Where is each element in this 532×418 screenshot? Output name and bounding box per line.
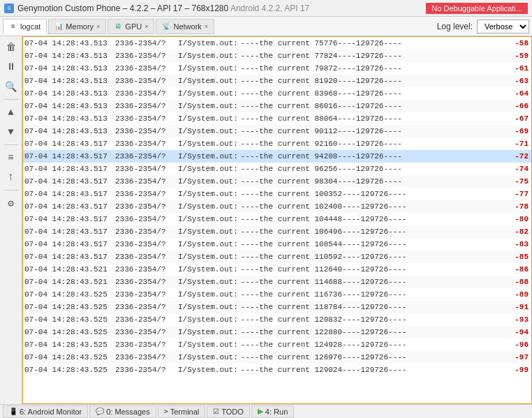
log-level-label: Log level: — [437, 22, 473, 31]
log-row[interactable]: 07-04 14:28:43.521 2336-2354/? I/System.… — [23, 263, 531, 276]
run-icon: ▶ — [258, 407, 263, 416]
status-tab-todo[interactable]: ☑ TODO — [207, 405, 250, 418]
log-type: I/System.out: — [177, 227, 239, 236]
log-row[interactable]: 07-04 14:28:43.513 2336-2354/? I/System.… — [23, 75, 531, 87]
log-timestamp: 07-04 14:28:43.525 — [23, 290, 114, 299]
log-pid: 2336-2354/? — [114, 303, 177, 311]
status-tab-messages[interactable]: 💬 0: Messages — [89, 405, 156, 418]
log-timestamp: 07-04 14:28:43.525 — [23, 366, 114, 374]
log-timestamp: 07-04 14:28:43.517 — [23, 140, 114, 148]
log-row[interactable]: 07-04 14:28:43.525 2336-2354/? I/System.… — [23, 364, 531, 376]
log-pid: 2336-2354/? — [114, 265, 177, 274]
log-message: ----the current 122880----129726---- — [239, 328, 507, 336]
log-pid: 2336-2354/? — [114, 215, 177, 223]
scroll-down-button[interactable]: ▼ — [3, 124, 20, 140]
log-row[interactable]: 07-04 14:28:43.513 2336-2354/? I/System.… — [23, 100, 531, 112]
log-row[interactable]: 07-04 14:28:43.517 2336-2354/? I/System.… — [23, 150, 531, 163]
log-row[interactable]: 07-04 14:28:43.513 2336-2354/? I/System.… — [23, 37, 531, 50]
log-type: I/System.out: — [177, 39, 239, 47]
log-value: -61 — [507, 64, 531, 73]
log-value: -78 — [507, 202, 531, 211]
log-row[interactable]: 07-04 14:28:43.525 2336-2354/? I/System.… — [23, 351, 531, 364]
log-row[interactable]: 07-04 14:28:43.517 2336-2354/? I/System.… — [23, 213, 531, 225]
log-row[interactable]: 07-04 14:28:43.513 2336-2354/? I/System.… — [23, 125, 531, 137]
gpu-close-icon[interactable]: × — [145, 23, 148, 30]
log-row[interactable]: 07-04 14:28:43.517 2336-2354/? I/System.… — [23, 175, 531, 188]
log-value: -63 — [507, 77, 531, 85]
sidebar: 🗑 ⏸ 🔍 ▲ ▼ ≡ ↑ ⚙ — [0, 36, 22, 404]
tab-logcat[interactable]: ≡ logcat — [3, 19, 47, 34]
tab-gpu[interactable]: 🖥 GPU × — [108, 19, 154, 34]
log-row[interactable]: 07-04 14:28:43.525 2336-2354/? I/System.… — [23, 288, 531, 301]
export-button[interactable]: ↑ — [3, 169, 20, 186]
log-type: I/System.out: — [177, 114, 239, 123]
log-row[interactable]: 07-04 14:28:43.517 2336-2354/? I/System.… — [23, 251, 531, 263]
pause-button[interactable]: ⏸ — [3, 59, 20, 75]
log-row[interactable]: 07-04 14:28:43.525 2336-2354/? I/System.… — [23, 326, 531, 338]
log-timestamp: 07-04 14:28:43.525 — [23, 353, 114, 361]
log-pid: 2336-2354/? — [114, 290, 177, 299]
log-level-dropdown[interactable]: Verbose Debug Info Warn Error — [477, 20, 529, 33]
gpu-icon: 🖥 — [114, 22, 122, 31]
log-value: -58 — [507, 39, 531, 47]
log-pid: 2336-2354/? — [114, 64, 177, 73]
log-pid: 2336-2354/? — [114, 152, 177, 161]
log-row[interactable]: 07-04 14:28:43.517 2336-2354/? I/System.… — [23, 188, 531, 200]
messages-label: 0: Messages — [106, 408, 149, 416]
run-button[interactable]: ▶ 4: Run — [251, 405, 294, 418]
status-tab-android-monitor[interactable]: 📱 6: Android Monitor — [3, 405, 88, 418]
log-message: ----the current 100352----129726---- — [239, 190, 507, 198]
tab-bar: ≡ logcat 📊 Memory × 🖥 GPU × 📡 Network × … — [0, 17, 532, 36]
log-timestamp: 07-04 14:28:43.521 — [23, 265, 114, 274]
log-row[interactable]: 07-04 14:28:43.517 2336-2354/? I/System.… — [23, 225, 531, 238]
tab-memory[interactable]: 📊 Memory × — [48, 19, 106, 34]
clear-logs-button[interactable]: 🗑 — [3, 39, 20, 56]
log-row[interactable]: 07-04 14:28:43.513 2336-2354/? I/System.… — [23, 50, 531, 62]
log-row[interactable]: 07-04 14:28:43.513 2336-2354/? I/System.… — [23, 87, 531, 100]
log-timestamp: 07-04 14:28:43.513 — [23, 77, 114, 85]
settings-button[interactable]: ⚙ — [3, 195, 20, 211]
log-type: I/System.out: — [177, 152, 239, 161]
log-timestamp: 07-04 14:28:43.517 — [23, 227, 114, 236]
filter-button[interactable]: ≡ — [3, 149, 20, 166]
log-message: ----the current 118784----129726---- — [239, 303, 507, 311]
log-timestamp: 07-04 14:28:43.517 — [23, 215, 114, 223]
log-value: -96 — [507, 341, 531, 349]
status-tab-terminal[interactable]: > Terminal — [158, 405, 206, 418]
title-bar: G Genymotion Custom Phone – 4.2.2 – API … — [0, 0, 532, 17]
todo-label: TODO — [221, 408, 244, 416]
log-value: -71 — [507, 140, 531, 148]
log-row[interactable]: 07-04 14:28:43.517 2336-2354/? I/System.… — [23, 137, 531, 150]
network-close-icon[interactable]: × — [205, 23, 208, 30]
tab-gpu-label: GPU — [125, 22, 142, 31]
search-button[interactable]: 🔍 — [3, 78, 20, 95]
log-value: -66 — [507, 102, 531, 110]
memory-close-icon[interactable]: × — [96, 23, 100, 30]
messages-icon: 💬 — [96, 408, 104, 415]
log-type: I/System.out: — [177, 165, 239, 173]
log-row[interactable]: 07-04 14:28:43.525 2336-2354/? I/System.… — [23, 313, 531, 326]
scroll-up-button[interactable]: ▲ — [3, 104, 20, 121]
log-pid: 2336-2354/? — [114, 177, 177, 186]
log-value: -89 — [507, 290, 531, 299]
log-type: I/System.out: — [177, 215, 239, 223]
separator-2 — [4, 144, 18, 145]
log-row[interactable]: 07-04 14:28:43.517 2336-2354/? I/System.… — [23, 238, 531, 251]
tab-network[interactable]: 📡 Network × — [156, 19, 214, 34]
log-pid: 2336-2354/? — [114, 341, 177, 349]
log-message: ----the current 90112----129726---- — [239, 127, 507, 135]
log-row[interactable]: 07-04 14:28:43.517 2336-2354/? I/System.… — [23, 163, 531, 175]
log-row[interactable]: 07-04 14:28:43.513 2336-2354/? I/System.… — [23, 62, 531, 75]
log-type: I/System.out: — [177, 353, 239, 361]
log-value: -72 — [507, 152, 531, 161]
log-row[interactable]: 07-04 14:28:43.521 2336-2354/? I/System.… — [23, 276, 531, 288]
app-icon: G — [4, 3, 14, 13]
log-row[interactable]: 07-04 14:28:43.525 2336-2354/? I/System.… — [23, 301, 531, 313]
log-row[interactable]: 07-04 14:28:43.513 2336-2354/? I/System.… — [23, 112, 531, 125]
log-row[interactable]: 07-04 14:28:43.525 2336-2354/? I/System.… — [23, 338, 531, 351]
log-row[interactable]: 07-04 14:28:43.517 2336-2354/? I/System.… — [23, 200, 531, 213]
log-message: ----the current 126976----129726---- — [239, 353, 507, 361]
log-content[interactable]: 07-04 14:28:43.513 2336-2354/? I/System.… — [22, 36, 532, 404]
log-type: I/System.out: — [177, 102, 239, 110]
log-message: ----the current 79872----129726---- — [239, 64, 507, 73]
